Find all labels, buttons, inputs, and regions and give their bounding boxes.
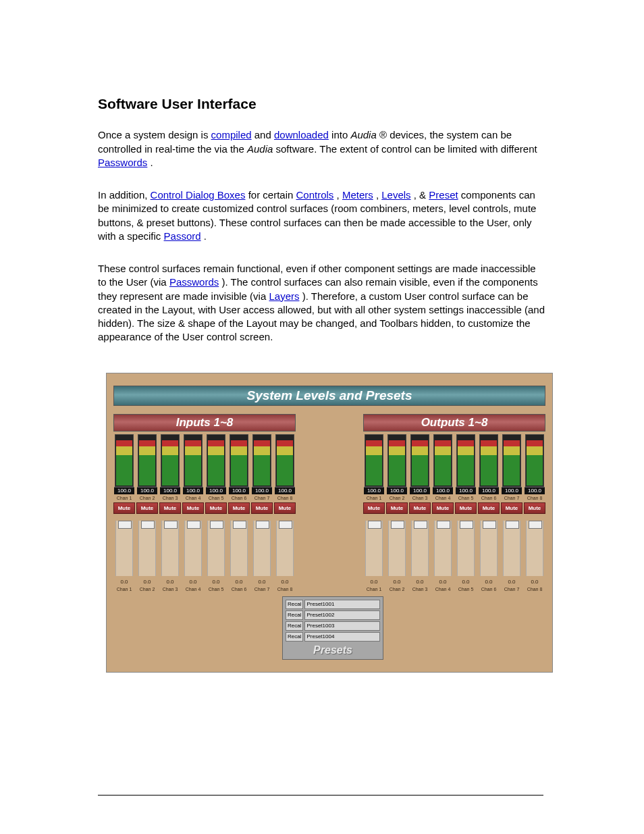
fader-track[interactable] <box>526 521 543 576</box>
fader-track[interactable] <box>434 521 452 576</box>
channel-fader: 0.0Chan 3 <box>159 521 181 592</box>
fader-track[interactable] <box>365 521 383 576</box>
fader-knob[interactable] <box>210 521 223 529</box>
fader-track[interactable] <box>457 521 475 576</box>
channel-meter: 100.0Chan 1Mute <box>363 434 385 514</box>
preset-name[interactable]: Preset1002 <box>304 610 380 620</box>
mute-button[interactable]: Mute <box>113 502 135 514</box>
link-preset[interactable]: Preset <box>429 189 458 201</box>
link-controls[interactable]: Controls <box>296 189 334 201</box>
presets-panel: RecalPreset1001RecalPreset1002RecalPrese… <box>282 596 383 660</box>
meter-value: 100.0 <box>387 487 407 495</box>
fader-knob[interactable] <box>437 521 450 529</box>
fader-track[interactable] <box>276 521 294 576</box>
channel-label: Chan 6 <box>481 495 497 501</box>
fader-knob[interactable] <box>233 521 246 529</box>
fader-knob[interactable] <box>391 521 404 529</box>
fader-knob[interactable] <box>256 521 269 529</box>
recall-button[interactable]: Recal <box>286 600 303 609</box>
fader-track[interactable] <box>503 521 520 576</box>
fader-knob[interactable] <box>118 521 132 529</box>
preset-name[interactable]: Preset1001 <box>304 600 380 609</box>
link-passord[interactable]: Passord <box>164 230 201 242</box>
fader-track[interactable] <box>411 521 429 576</box>
channel-meter: 100.0Chan 7Mute <box>251 434 273 514</box>
fader-track[interactable] <box>184 521 202 576</box>
channel-label: Chan 3 <box>163 495 178 501</box>
channel-label: Chan 8 <box>527 586 543 592</box>
channel-label: Chan 6 <box>481 586 497 592</box>
fader-track[interactable] <box>388 521 406 576</box>
fader-knob[interactable] <box>141 521 155 529</box>
mute-button[interactable]: Mute <box>386 502 408 514</box>
channel-fader: 0.0Chan 5 <box>455 521 477 592</box>
fader-knob[interactable] <box>279 521 292 529</box>
level-meter <box>479 434 498 487</box>
mute-button[interactable]: Mute <box>159 502 181 514</box>
fader-knob[interactable] <box>483 521 496 529</box>
mute-button[interactable]: Mute <box>205 502 227 514</box>
presets-title: Presets <box>286 643 380 658</box>
recall-button[interactable]: Recal <box>286 621 303 631</box>
link-compiled[interactable]: compiled <box>211 129 252 140</box>
link-control-dialog[interactable]: Control Dialog Boxes <box>151 189 246 201</box>
channel-label: Chan 8 <box>277 495 293 501</box>
preset-row: RecalPreset1001 <box>286 600 380 609</box>
brand-audia: Audia <box>350 129 376 140</box>
link-passwords-2[interactable]: Passwords <box>169 276 219 288</box>
fader-track[interactable] <box>207 521 225 576</box>
fader-track[interactable] <box>115 521 133 576</box>
inputs-title: Inputs 1~8 <box>113 414 296 432</box>
mute-button[interactable]: Mute <box>251 502 273 514</box>
preset-name[interactable]: Preset1003 <box>304 621 380 631</box>
channel-label: Chan 8 <box>277 586 293 592</box>
channel-label: Chan 7 <box>504 495 520 501</box>
recall-button[interactable]: Recal <box>286 610 303 620</box>
recall-button[interactable]: Recal <box>286 632 303 642</box>
mute-button[interactable]: Mute <box>501 502 522 514</box>
link-levels[interactable]: Levels <box>381 189 410 201</box>
mute-button[interactable]: Mute <box>228 502 250 514</box>
channel-label: Chan 4 <box>435 495 451 501</box>
link-downloaded[interactable]: downloaded <box>274 129 329 140</box>
mute-button[interactable]: Mute <box>409 502 431 514</box>
fader-value: 0.0 <box>212 579 219 586</box>
link-passwords[interactable]: Passwords <box>98 157 147 168</box>
mute-button[interactable]: Mute <box>455 502 477 514</box>
channel-meter: 100.0Chan 3Mute <box>409 434 431 514</box>
mute-button[interactable]: Mute <box>432 502 454 514</box>
preset-name[interactable]: Preset1004 <box>304 632 380 642</box>
link-meters[interactable]: Meters <box>342 189 373 201</box>
mute-button[interactable]: Mute <box>478 502 500 514</box>
meter-value: 100.0 <box>137 487 157 495</box>
fader-track[interactable] <box>138 521 156 576</box>
channel-fader: 0.0Chan 2 <box>136 521 158 592</box>
mute-button[interactable]: Mute <box>182 502 204 514</box>
link-layers[interactable]: Layers <box>269 290 299 302</box>
fader-track[interactable] <box>253 521 271 576</box>
level-meter <box>410 434 429 487</box>
channel-fader: 0.0Chan 2 <box>386 521 408 592</box>
text: software. The extent of control can be l… <box>276 143 537 155</box>
fader-track[interactable] <box>480 521 498 576</box>
mute-button[interactable]: Mute <box>363 502 385 514</box>
channel-meter: 100.0Chan 5Mute <box>455 434 477 514</box>
channel-label: Chan 6 <box>232 495 247 501</box>
fader-knob[interactable] <box>529 521 542 529</box>
mute-button[interactable]: Mute <box>524 502 545 514</box>
fader-track[interactable] <box>161 521 179 576</box>
fader-knob[interactable] <box>414 521 427 529</box>
channel-label: Chan 7 <box>504 586 520 592</box>
mute-button[interactable]: Mute <box>136 502 158 514</box>
channel-fader: 0.0Chan 1 <box>113 521 135 592</box>
fader-track[interactable] <box>230 521 248 576</box>
channel-meter: 100.0Chan 3Mute <box>159 434 181 514</box>
channel-fader: 0.0Chan 4 <box>182 521 204 592</box>
mute-button[interactable]: Mute <box>274 502 296 514</box>
app-screenshot: System Levels and Presets Inputs 1~8 100… <box>106 373 553 673</box>
fader-knob[interactable] <box>460 521 473 529</box>
fader-knob[interactable] <box>506 521 519 529</box>
fader-knob[interactable] <box>187 521 200 529</box>
fader-knob[interactable] <box>368 521 381 529</box>
fader-knob[interactable] <box>164 521 178 529</box>
